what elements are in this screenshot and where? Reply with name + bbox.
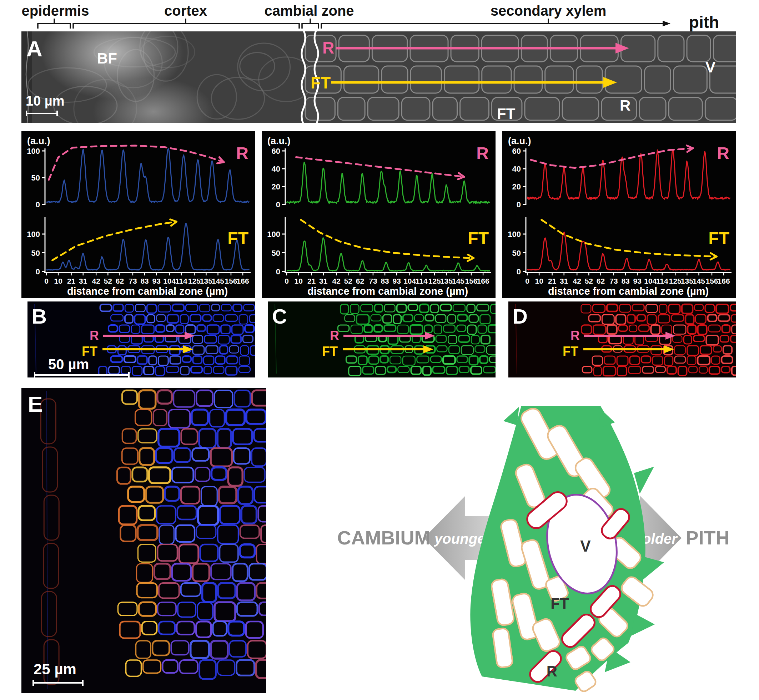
svg-text:114: 114: [656, 277, 668, 285]
svg-text:40: 40: [512, 164, 521, 173]
panel-a-v-cell-label: V: [706, 59, 715, 76]
label-epidermis: epidermis: [22, 3, 89, 19]
svg-text:distance from cambial zone (µm: distance from cambial zone (µm): [67, 286, 228, 297]
svg-text:60: 60: [272, 147, 280, 156]
svg-text:20: 20: [272, 182, 280, 191]
label-pith: pith: [689, 13, 719, 31]
svg-text:100: 100: [508, 230, 521, 239]
svg-text:156: 156: [465, 277, 477, 285]
region-brackets: [38, 19, 663, 28]
svg-text:0: 0: [525, 277, 529, 285]
panel-e-micrograph: E 25 µm: [22, 388, 266, 693]
panel-b-scalebar-label: 50 µm: [48, 356, 89, 372]
chart-profile-green: (a.u.)6040200R100500FT010213142526273839…: [262, 131, 496, 298]
diagram-cambium-label: CAMBIUM: [337, 527, 430, 548]
panel-b-micrograph: B R FT 50 µm: [28, 302, 255, 378]
svg-text:93: 93: [393, 277, 401, 285]
svg-text:50: 50: [31, 249, 40, 258]
svg-text:52: 52: [585, 277, 593, 285]
panel-d-ft-label: FT: [563, 344, 578, 359]
svg-text:156: 156: [706, 277, 718, 285]
svg-text:125: 125: [669, 277, 682, 285]
diagram-tissue: V FT R: [470, 406, 664, 694]
diagram-pith-label: PITH: [685, 527, 729, 548]
svg-text:21: 21: [548, 277, 557, 285]
panel-b-letter: B: [32, 305, 47, 328]
panel-e-letter: E: [28, 392, 42, 416]
svg-text:20: 20: [512, 182, 521, 191]
svg-text:0: 0: [44, 277, 49, 285]
panel-a-r-arrow-label: R: [322, 39, 334, 57]
panel-a-r-cell-label: R: [620, 97, 631, 114]
svg-text:73: 73: [369, 277, 377, 285]
svg-text:100: 100: [27, 147, 40, 156]
diagram-v-label: V: [580, 537, 591, 555]
pith-arrowhead: [663, 21, 670, 27]
svg-text:31: 31: [79, 277, 88, 285]
svg-text:135: 135: [200, 277, 213, 285]
schematic-diagram: CAMBIUM younger older PITH: [336, 403, 759, 700]
svg-text:0: 0: [276, 200, 280, 209]
svg-text:52: 52: [104, 277, 112, 285]
svg-text:166: 166: [477, 277, 490, 285]
svg-text:125: 125: [429, 277, 441, 285]
label-cambial-zone: cambial zone: [264, 3, 354, 19]
svg-text:distance from cambial zone (µm: distance from cambial zone (µm): [307, 286, 468, 297]
svg-text:104: 104: [163, 277, 176, 285]
svg-text:100: 100: [267, 230, 280, 239]
panel-c-ft-label: FT: [322, 344, 338, 359]
svg-text:135: 135: [681, 277, 693, 285]
svg-text:31: 31: [319, 277, 328, 285]
svg-text:62: 62: [356, 277, 364, 285]
header-region-labels: epidermis cortex cambial zone secondary …: [0, 0, 759, 31]
diagram-r-label: R: [546, 663, 557, 680]
svg-text:100: 100: [27, 230, 40, 239]
svg-text:83: 83: [380, 277, 389, 285]
panel-c-micrograph: C R FT: [268, 302, 496, 378]
svg-text:10: 10: [294, 277, 302, 285]
svg-text:50: 50: [272, 249, 280, 258]
svg-text:FT: FT: [708, 229, 729, 248]
label-cortex: cortex: [164, 3, 207, 19]
chart-profile-blue: (a.u.)100500R100500FT0102131425262738393…: [22, 131, 255, 298]
svg-text:156: 156: [225, 277, 237, 285]
svg-text:31: 31: [560, 277, 568, 285]
svg-text:0: 0: [516, 200, 521, 209]
panel-b-r-label: R: [89, 328, 99, 343]
svg-text:0: 0: [516, 267, 521, 276]
svg-text:114: 114: [175, 277, 188, 285]
svg-text:73: 73: [128, 277, 137, 285]
svg-text:0: 0: [276, 267, 280, 276]
svg-text:10: 10: [535, 277, 543, 285]
svg-text:42: 42: [92, 277, 100, 285]
svg-text:135: 135: [440, 277, 453, 285]
panel-a-letter: A: [27, 36, 42, 61]
svg-text:0: 0: [285, 277, 289, 285]
svg-text:R: R: [717, 144, 729, 163]
svg-text:50: 50: [31, 173, 40, 182]
svg-text:(a.u.): (a.u.): [27, 136, 50, 146]
svg-text:73: 73: [609, 277, 618, 285]
svg-text:R: R: [236, 144, 249, 163]
svg-text:62: 62: [596, 277, 605, 285]
svg-text:93: 93: [152, 277, 161, 285]
svg-text:R: R: [476, 144, 489, 163]
svg-text:21: 21: [307, 277, 316, 285]
svg-text:145: 145: [693, 277, 705, 285]
svg-text:145: 145: [212, 277, 224, 285]
svg-text:42: 42: [573, 277, 581, 285]
svg-text:93: 93: [633, 277, 642, 285]
svg-text:52: 52: [344, 277, 352, 285]
svg-text:83: 83: [621, 277, 629, 285]
panel-a-ft-arrow-label: FT: [311, 73, 330, 92]
svg-text:166: 166: [718, 277, 730, 285]
svg-text:10: 10: [54, 277, 62, 285]
panel-a-scalebar-label: 10 µm: [26, 94, 65, 108]
panel-a-micrograph: A BF R FT FT R V 10 µm: [22, 31, 736, 123]
diagram-older-label: older: [642, 531, 678, 547]
svg-text:(a.u.): (a.u.): [268, 136, 291, 146]
svg-text:145: 145: [452, 277, 465, 285]
svg-text:166: 166: [237, 277, 249, 285]
label-secondary-xylem: secondary xylem: [491, 3, 607, 19]
panel-e-scalebar-label: 25 µm: [34, 661, 77, 678]
